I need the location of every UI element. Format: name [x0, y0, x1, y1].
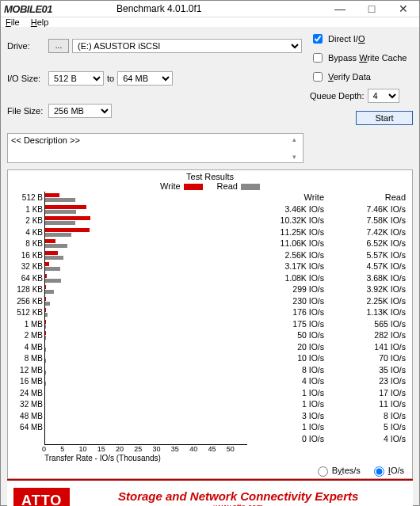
filesize-select[interactable]: 256 MB: [48, 104, 112, 118]
bar-row: [45, 318, 247, 330]
verify-data-checkbox[interactable]: Verify Data: [310, 70, 413, 84]
bar-row: [45, 375, 247, 387]
write-bar: [45, 193, 59, 197]
write-value: 11.25K IO/s: [247, 226, 324, 238]
y-label: 16 MB: [10, 376, 44, 388]
write-bar: [45, 308, 46, 312]
write-bar: [45, 205, 86, 209]
unit-bytes-radio[interactable]: Bytes/s: [314, 464, 361, 477]
description-box[interactable]: << Description >> ▴▾: [7, 133, 304, 163]
start-button[interactable]: Start: [356, 111, 413, 125]
y-label: 12 MB: [10, 365, 44, 377]
bar-row: [45, 421, 247, 433]
read-value: 4 IO/s: [329, 433, 406, 445]
write-value: 1 IO/s: [247, 421, 324, 433]
menubar: File Help: [1, 17, 419, 27]
y-label: 64 MB: [10, 422, 44, 434]
read-bar: [45, 313, 48, 317]
read-bar: [45, 267, 60, 271]
iosize-to-select[interactable]: 64 MB: [117, 71, 173, 86]
bar-row: [45, 238, 247, 249]
y-label: 24 MB: [10, 388, 44, 400]
drive-select[interactable]: (E:) ASUSTOR iSCSI: [72, 39, 302, 53]
read-value: 17 IO/s: [329, 387, 406, 399]
y-label: 32 KB: [10, 261, 44, 273]
bar-row: [45, 364, 247, 376]
description-scrollbar[interactable]: ▴▾: [288, 135, 300, 161]
read-bar: [45, 198, 75, 202]
write-bar: [45, 251, 58, 255]
read-value: 35 IO/s: [329, 364, 406, 376]
col-write-header: Write: [247, 192, 324, 204]
write-value: 8 IO/s: [247, 364, 324, 376]
read-value: 1.13K IO/s: [329, 306, 406, 318]
read-bar: [45, 279, 61, 283]
queue-depth-select[interactable]: 4: [368, 89, 399, 103]
bar-row: [45, 398, 247, 410]
read-bar: [45, 221, 75, 225]
drive-browse-button[interactable]: ...: [48, 39, 69, 53]
menu-file[interactable]: File: [6, 17, 20, 27]
read-value: 3.68K IO/s: [329, 272, 406, 284]
write-bar: [45, 228, 90, 232]
titlebar: MOBILE01 Benchmark 4.01.0f1 — □ ✕: [1, 1, 419, 17]
results-panel: Test Results Write Read 512 B1 KB2 KB4 K…: [7, 169, 413, 479]
queue-depth-label: Queue Depth:: [310, 91, 365, 101]
y-label: 512 B: [10, 192, 44, 204]
y-label: 128 KB: [10, 284, 44, 296]
read-value: 2.25K IO/s: [329, 295, 406, 307]
read-bar: [45, 210, 76, 214]
y-label: 2 KB: [10, 215, 44, 227]
y-label: 4 KB: [10, 227, 44, 239]
bar-row: [45, 329, 247, 341]
watermark-logo: MOBILE01: [4, 1, 115, 17]
drive-label: Drive:: [7, 41, 48, 51]
bar-row: [45, 261, 247, 272]
iosize-label: I/O Size:: [7, 74, 48, 83]
atto-logo: ATTO: [13, 488, 70, 507]
read-value: 4.57K IO/s: [329, 261, 406, 272]
write-value: 0 IO/s: [247, 433, 324, 445]
write-bar: [45, 262, 49, 266]
col-read-header: Read: [329, 192, 406, 204]
iosize-from-select[interactable]: 512 B: [48, 71, 104, 86]
bar-row: [45, 192, 247, 204]
y-label: 16 KB: [10, 250, 44, 262]
bar-row: [45, 410, 247, 422]
read-value: 565 IO/s: [329, 318, 406, 330]
unit-io-radio[interactable]: IO/s: [370, 464, 404, 477]
y-label: 8 KB: [10, 238, 44, 250]
y-label: 64 KB: [10, 273, 44, 285]
read-value: 11 IO/s: [329, 398, 406, 410]
read-value: 5 IO/s: [329, 421, 406, 433]
write-value: 2.56K IO/s: [247, 249, 324, 261]
read-value: 70 IO/s: [329, 352, 406, 364]
menu-help[interactable]: Help: [31, 17, 49, 27]
write-bar: [45, 285, 46, 289]
write-value: 176 IO/s: [247, 306, 324, 318]
write-swatch: [184, 184, 203, 190]
bar-row: [45, 215, 247, 226]
y-label: 1 KB: [10, 204, 44, 216]
write-value: 20 IO/s: [247, 341, 324, 353]
close-button[interactable]: ✕: [388, 1, 419, 17]
bar-row: [45, 352, 247, 364]
direct-io-checkbox[interactable]: Direct I/O: [310, 32, 413, 46]
bar-row: [45, 341, 247, 353]
filesize-label: File Size:: [7, 106, 48, 116]
to-label: to: [107, 74, 114, 83]
legend: Write Read: [10, 181, 410, 191]
bar-row: [45, 272, 247, 284]
write-bar: [45, 274, 47, 278]
read-value: 23 IO/s: [329, 375, 406, 387]
bypass-write-cache-checkbox[interactable]: Bypass Write Cache: [310, 51, 413, 65]
minimize-button[interactable]: —: [324, 1, 356, 17]
read-value: 7.42K IO/s: [329, 226, 406, 238]
write-value: 10.32K IO/s: [247, 215, 324, 226]
bar-row: [45, 295, 247, 307]
read-bar: [45, 233, 71, 237]
write-bar: [45, 239, 55, 243]
write-value: 11.06K IO/s: [247, 238, 324, 249]
maximize-button[interactable]: □: [356, 1, 388, 17]
read-value: 3.92K IO/s: [329, 283, 406, 295]
